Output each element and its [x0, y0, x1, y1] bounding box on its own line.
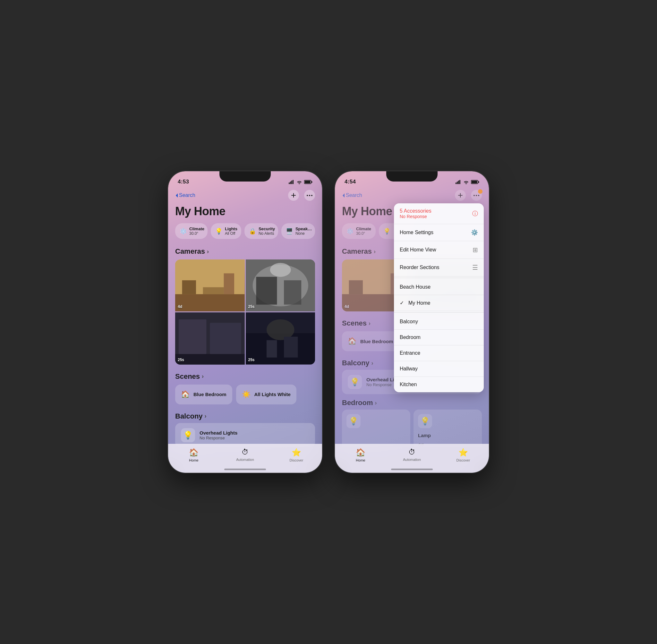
svg-rect-0	[289, 183, 290, 184]
overhead-lights-status-1: No Response	[200, 436, 309, 440]
dropdown-accessories-alert[interactable]: 5 Accessories No Response ⓘ	[394, 203, 484, 224]
camera-cell-2[interactable]: 25s	[246, 259, 315, 312]
svg-rect-17	[256, 277, 277, 305]
nav-header-1: Search	[175, 188, 315, 202]
category-lights-1[interactable]: 💡 Lights All Off	[211, 223, 241, 239]
discover-tab-label-2: Discover	[456, 458, 470, 462]
climate-label-2: Climate	[356, 226, 371, 231]
climate-icon-2: ❄️	[346, 228, 354, 235]
overhead-lights-tile-1[interactable]: 💡 Overhead Lights No Response	[175, 423, 315, 447]
add-button-2[interactable]	[455, 190, 466, 201]
dropdown-my-home[interactable]: ✓ My Home	[394, 295, 484, 311]
dropdown-kitchen[interactable]: Kitchen	[394, 377, 484, 392]
beach-house-text: Beach House	[400, 284, 431, 290]
signal-icon-2	[456, 180, 461, 184]
cameras-section-header-1[interactable]: Cameras ›	[175, 247, 315, 256]
bedroom-light-tile-2[interactable]: 💡	[342, 410, 410, 447]
automation-tab-icon-1: ⏱	[242, 448, 249, 456]
gear-icon: ⚙️	[471, 229, 478, 236]
dropdown-reorder-sections[interactable]: Reorder Sections ☰	[394, 259, 484, 276]
svg-rect-30	[457, 182, 458, 184]
tab-automation-2[interactable]: ⏱ Automation	[386, 448, 437, 461]
cam4-timestamp-1: 25s	[248, 358, 255, 362]
camera-cell-4[interactable]: 25s	[246, 313, 315, 364]
wifi-icon-2	[463, 180, 469, 184]
svg-point-9	[311, 195, 313, 196]
tab-discover-2[interactable]: ⭐ Discover	[437, 448, 489, 462]
menu-button-2[interactable]	[471, 190, 482, 201]
edit-home-view-text: Edit Home View	[400, 247, 436, 253]
scenes-chevron-2: ›	[369, 320, 370, 327]
camera-cell-1[interactable]: 4d	[175, 259, 245, 312]
notch	[220, 171, 271, 182]
cameras-label-2: Cameras	[342, 247, 372, 256]
cam3-timestamp-1: 25s	[178, 358, 184, 362]
scenes-section-header-1[interactable]: Scenes ›	[175, 372, 315, 381]
dropdown-hallway[interactable]: Hallway	[394, 361, 484, 377]
speakers-icon-1: 🖥️	[286, 228, 293, 235]
category-security-1[interactable]: 🔒 Security No Alerts	[245, 223, 278, 239]
bedroom-label-2: Bedroom	[342, 399, 373, 407]
plus-icon-1	[291, 193, 296, 198]
dropdown-bedroom[interactable]: Bedroom	[394, 330, 484, 345]
svg-rect-6	[312, 181, 313, 183]
nav-actions-1	[288, 190, 315, 201]
category-speakers-1[interactable]: 🖥️ Speak… None	[281, 223, 315, 239]
tab-home-1[interactable]: 🏠 Home	[168, 448, 220, 462]
ellipsis-icon-1	[307, 195, 313, 196]
back-button-2[interactable]: Search	[342, 192, 362, 198]
dropdown-beach-house[interactable]: Beach House	[394, 279, 484, 295]
tab-home-2[interactable]: 🏠 Home	[335, 448, 386, 462]
climate-label-1: Climate	[189, 226, 204, 231]
page-title-1: My Home	[175, 205, 315, 218]
category-climate-1[interactable]: ❄️ Climate 30.0°	[175, 223, 208, 239]
scene-home-icon-2: 🏠	[348, 337, 356, 345]
tab-automation-1[interactable]: ⏱ Automation	[220, 448, 271, 461]
svg-point-7	[307, 195, 308, 196]
dropdown-menu: 5 Accessories No Response ⓘ Home Setting…	[394, 203, 484, 392]
accessories-alert-subtext: No Response	[400, 214, 431, 219]
climate-value-2: 30.0°	[356, 231, 371, 236]
status-icons-2	[456, 180, 479, 184]
overhead-lights-icon-2: 💡	[348, 375, 362, 389]
svg-point-8	[309, 195, 310, 196]
category-climate-2[interactable]: ❄️ Climate 30.0°	[342, 223, 376, 239]
plus-icon-2	[458, 193, 463, 198]
svg-rect-12	[182, 280, 196, 294]
camera-cell-3[interactable]: 25s	[175, 313, 245, 364]
scene-blue-bedroom-2[interactable]: 🏠 Blue Bedroom	[342, 331, 399, 351]
cam2-timestamp-1: 25s	[248, 304, 255, 309]
dropdown-balcony[interactable]: Balcony	[394, 314, 484, 330]
balcony-room-text: Balcony	[400, 319, 418, 325]
scene-all-lights-white-1[interactable]: ☀️ All Lights White	[236, 385, 296, 405]
bedroom-section-header-2[interactable]: Bedroom ›	[342, 399, 482, 407]
automation-tab-label-2: Automation	[403, 458, 421, 461]
scene-blue-bedroom-1[interactable]: 🏠 Blue Bedroom	[175, 385, 232, 405]
climate-value-1: 30.0°	[189, 231, 204, 236]
my-home-checkmark: ✓	[400, 300, 404, 306]
cam1-scene	[175, 259, 245, 312]
balcony-section-header-1[interactable]: Balcony ›	[175, 412, 315, 420]
tab-discover-1[interactable]: ⭐ Discover	[271, 448, 322, 462]
status-icons-1	[289, 180, 313, 184]
scenes-label-1: Scenes	[175, 372, 200, 381]
dropdown-edit-home-view[interactable]: Edit Home View ⊞	[394, 241, 484, 259]
lamp-icon-2: 💡	[418, 414, 432, 428]
add-button-1[interactable]	[288, 190, 299, 201]
scenes-chevron-1: ›	[202, 373, 204, 380]
svg-rect-11	[175, 294, 245, 312]
security-icon-1: 🔒	[249, 228, 256, 235]
lamp-name-2: Lamp	[418, 433, 431, 438]
menu-button-1[interactable]	[304, 190, 315, 201]
scenes-row-1: 🏠 Blue Bedroom ☀️ All Lights White	[175, 385, 315, 405]
status-time-1: 4:53	[178, 179, 189, 185]
battery-icon-1	[304, 180, 313, 184]
dropdown-home-settings[interactable]: Home Settings ⚙️	[394, 224, 484, 241]
notch-2	[386, 171, 437, 182]
svg-rect-2	[291, 181, 292, 184]
back-button-1[interactable]: Search	[175, 192, 195, 198]
grid-icon: ⊞	[473, 246, 478, 254]
lamp-tile-2[interactable]: 💡 Lamp Off	[413, 410, 482, 447]
dropdown-entrance[interactable]: Entrance	[394, 345, 484, 361]
svg-rect-13	[224, 273, 234, 294]
